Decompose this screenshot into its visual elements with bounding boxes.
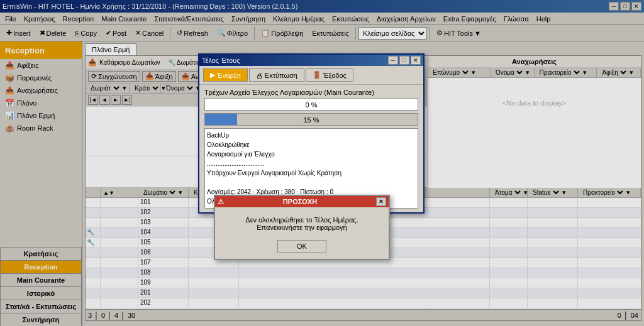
warning-title: ΠΡΟΣΟΧΗ [283, 198, 317, 205]
warning-dialog: ⚠ ΠΡΟΣΟΧΗ ✕ Δεν ολοκληρώθηκε το Τέλος Ημ… [214, 195, 390, 260]
exit-icon: 🚪 [313, 71, 321, 79]
telos-etous-dialog: Τέλος Έτους ─ □ ✕ ▶ Έναρξη 🖨 Εκτύπωση 🚪 … [198, 53, 425, 214]
telos-close[interactable]: ✕ [411, 56, 421, 65]
print-icon: 🖨 [256, 72, 263, 79]
ektyposi-button[interactable]: 🖨 Εκτύπωση [249, 68, 304, 82]
warning-icon: ⚠ [218, 198, 224, 206]
telos-titlebar: Τέλος Έτους ─ □ ✕ [199, 55, 423, 66]
warning-close[interactable]: ✕ [376, 197, 386, 206]
warning-titlebar: ⚠ ΠΡΟΣΟΧΗ ✕ [215, 196, 389, 207]
enarxi-button[interactable]: ▶ Έναρξη [203, 68, 248, 82]
telos-toolbar: ▶ Έναρξη 🖨 Εκτύπωση 🚪 Έξοδος [199, 66, 423, 85]
progress-bar-1: 0 % [204, 98, 418, 111]
warning-content: Δεν ολοκληρώθηκε το Τέλος Ημέρας. Επανεκ… [215, 207, 389, 259]
progress-text-1: 0 % [205, 99, 418, 111]
telos-title: Τέλος Έτους [202, 57, 240, 64]
warning-message: Δεν ολοκληρώθηκε το Τέλος Ημέρας. Επανεκ… [223, 216, 381, 231]
telos-minimize[interactable]: ─ [388, 56, 398, 65]
telos-content: Τρέχων Αρχείο Έλεγχος Λογαριασμών (Main … [199, 85, 423, 212]
progress-text-2: 15 % [205, 114, 418, 126]
telos-maximize[interactable]: □ [399, 56, 409, 65]
ok-button[interactable]: OK [277, 240, 326, 253]
progress1-label: Τρέχων Αρχείο Έλεγχος Λογαριασμών (Main … [204, 89, 418, 96]
exodos-button[interactable]: 🚪 Έξοδος [306, 68, 353, 82]
enarxi-icon: ▶ [210, 71, 215, 79]
progress-bar-2: 15 % [204, 113, 418, 126]
